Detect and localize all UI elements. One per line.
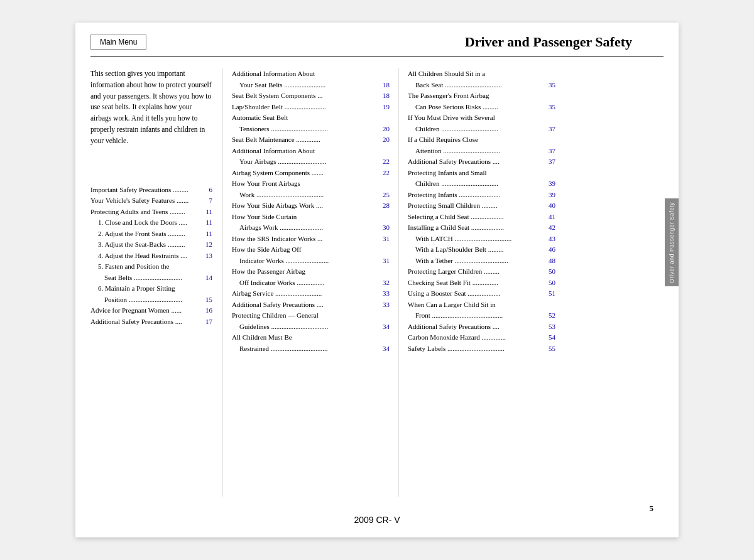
intro-text: This section gives you important informa… <box>90 68 212 147</box>
list-item: Restrained .............................… <box>239 343 390 354</box>
toc-page-number[interactable]: 31 <box>383 256 390 266</box>
toc-page-number[interactable]: 6 <box>209 185 213 195</box>
main-menu-button[interactable]: Main Menu <box>90 35 146 50</box>
toc-page-number[interactable]: 50 <box>549 266 555 277</box>
list-item: The Passenger's Front Airbag <box>408 90 555 101</box>
list-item: Protecting Infants .....................… <box>408 190 555 200</box>
list-item: How Your Side Curtain <box>232 212 390 222</box>
toc-entry-text: 6. Maintain a Proper Sitting <box>98 283 212 294</box>
toc-page-number[interactable]: 28 <box>383 200 390 211</box>
list-item: Additional Safety Precautions ....17 <box>90 316 212 327</box>
toc-entry-text: Indicator Works ........................… <box>239 256 381 266</box>
toc-page-number[interactable]: 7 <box>209 195 213 206</box>
list-item: Advice for Pregnant Women ......16 <box>90 305 212 316</box>
toc-page-number[interactable]: 11 <box>205 207 212 217</box>
toc-entry-text: Seat Belts ............................ <box>104 272 204 283</box>
list-item: Attention ..............................… <box>415 146 555 156</box>
toc-entry-text: Using a Booster Seat ................... <box>408 288 547 299</box>
toc-page-number[interactable]: 30 <box>383 222 390 233</box>
toc-page-number[interactable]: 40 <box>549 200 555 211</box>
toc-page-number[interactable]: 19 <box>383 102 390 112</box>
toc-page-number[interactable]: 22 <box>383 168 390 178</box>
toc-page-number[interactable]: 31 <box>383 234 390 244</box>
toc-page-number[interactable]: 20 <box>383 124 390 134</box>
toc-page-number[interactable]: 51 <box>549 288 555 299</box>
toc-entry-text: Tensioners .............................… <box>239 124 381 134</box>
toc-page-number[interactable]: 20 <box>383 134 390 145</box>
toc-page-number[interactable]: 33 <box>383 288 390 299</box>
toc-page-number[interactable]: 52 <box>549 310 555 321</box>
sidebar-tab: Driver and Passenger Safety <box>665 198 679 286</box>
toc-entry-text: Advice for Pregnant Women ...... <box>90 305 204 316</box>
toc-page-number[interactable]: 50 <box>549 277 555 288</box>
toc-page-number[interactable]: 37 <box>549 146 555 156</box>
toc-entry-text: Additional Safety Precautions .... <box>408 321 547 332</box>
toc-page-number[interactable]: 43 <box>549 234 555 244</box>
toc-page-number[interactable]: 46 <box>549 244 555 255</box>
toc-entry-text: With LATCH .............................… <box>415 234 547 244</box>
toc-page-number[interactable]: 37 <box>549 156 555 167</box>
toc-entry-text: Your Seat Belts ........................ <box>239 80 381 90</box>
toc-page-number[interactable]: 55 <box>549 343 555 354</box>
toc-page-number[interactable]: 35 <box>549 102 555 112</box>
toc-page-number[interactable]: 39 <box>549 178 555 189</box>
toc-entry-text: Protecting Adults and Teens ......... <box>90 207 204 217</box>
toc-page-number[interactable]: 16 <box>205 305 212 316</box>
list-item: Front ..................................… <box>415 310 555 321</box>
toc-page-number[interactable]: 17 <box>205 316 212 327</box>
toc-page-number[interactable]: 54 <box>549 332 555 343</box>
sidebar-tab-label: Driver and Passenger Safety <box>669 202 675 283</box>
toc-entry-text: How Your Side Airbags Work .... <box>232 200 381 211</box>
toc-entry-text: Your Airbags ...........................… <box>239 156 381 167</box>
toc-page-number[interactable]: 48 <box>549 256 555 266</box>
toc-entry-text: All Children Should Sit in a <box>408 68 555 79</box>
toc-page-number[interactable]: 11 <box>205 217 212 228</box>
toc-page-number[interactable]: 13 <box>205 250 212 261</box>
toc-entry-text: Protecting Infants and Small <box>408 168 555 178</box>
toc-entry-text: How the Passenger Airbag <box>232 266 390 277</box>
toc-entry-text: Selecting a Child Seat .................… <box>408 212 547 222</box>
list-item: Airbags Work .........................30 <box>239 222 390 233</box>
toc-page-number[interactable]: 33 <box>383 299 390 310</box>
list-item: 2. Adjust the Front Seats ..........11 <box>98 229 212 239</box>
toc-page-number[interactable]: 32 <box>383 277 390 288</box>
toc-page-number[interactable]: 41 <box>549 212 555 222</box>
toc-entry-text: 2. Adjust the Front Seats .......... <box>98 229 204 239</box>
list-item: Your Seat Belts ........................… <box>239 80 390 90</box>
toc-page-number[interactable]: 34 <box>383 321 390 332</box>
toc-entry-text: Work ...................................… <box>239 190 381 200</box>
page: Main Menu Driver and Passenger Safety Dr… <box>75 23 679 537</box>
toc-page-number[interactable]: 18 <box>383 80 390 90</box>
toc-entry-text: How the Side Airbag Off <box>232 244 390 255</box>
list-item: Can Pose Serious Risks .........35 <box>415 102 555 112</box>
toc-entry-text: Airbag Service .........................… <box>232 288 381 299</box>
toc-page-number[interactable]: 37 <box>549 124 555 134</box>
toc-page-number[interactable]: 34 <box>383 343 390 354</box>
toc-page-number[interactable]: 15 <box>205 294 212 305</box>
toc-page-number[interactable]: 39 <box>549 190 555 200</box>
list-item: Carbon Monoxide Hazard ..............54 <box>408 332 555 343</box>
toc-entry-text: Installing a Child Seat ................… <box>408 222 547 233</box>
list-item: Guidelines .............................… <box>239 321 390 332</box>
list-item: How the Passenger Airbag <box>232 266 390 277</box>
toc-page-number[interactable]: 42 <box>549 222 555 233</box>
toc-page-number[interactable]: 12 <box>205 239 212 250</box>
toc-entry-text: Additional Information About <box>232 68 390 79</box>
toc-page-number[interactable]: 35 <box>549 80 555 90</box>
list-item: How the SRS Indicator Works ...31 <box>232 234 390 244</box>
toc-entry-text: How the SRS Indicator Works ... <box>232 234 381 244</box>
list-item: Important Safety Precautions .........6 <box>90 185 212 195</box>
list-item: When Can a Larger Child Sit in <box>408 299 555 310</box>
toc-entry-text: Protecting Children — General <box>232 310 390 321</box>
toc-page-number[interactable]: 22 <box>383 156 390 167</box>
list-item: Additional Information About <box>232 68 390 79</box>
list-item: 1. Close and Lock the Doors .....11 <box>98 217 212 228</box>
toc-page-number[interactable]: 53 <box>549 321 555 332</box>
toc-page-number[interactable]: 11 <box>205 229 212 239</box>
toc-page-number[interactable]: 14 <box>205 272 212 283</box>
col-left: This section gives you important informa… <box>90 68 222 497</box>
toc-page-number[interactable]: 25 <box>383 190 390 200</box>
toc-entry-text: If You Must Drive with Several <box>408 112 555 123</box>
toc-entry-text: Additional Safety Precautions .... <box>232 299 381 310</box>
toc-page-number[interactable]: 18 <box>383 90 390 101</box>
